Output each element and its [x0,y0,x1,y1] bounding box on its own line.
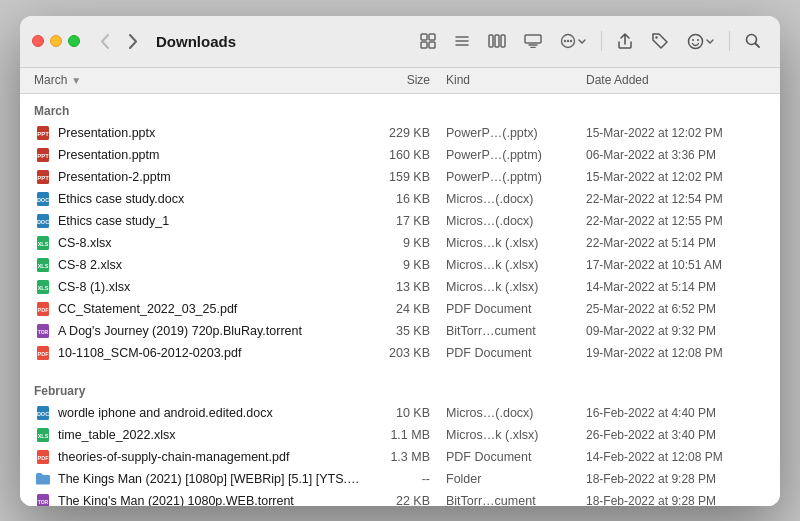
file-row[interactable]: PPT Presentation.pptm 160 KB PowerP…(.pp… [20,144,780,166]
file-size: 10 KB [366,406,446,420]
file-kind: BitTorr…cument [446,494,586,506]
svg-text:PPT: PPT [37,175,49,181]
svg-point-17 [655,36,657,38]
file-row[interactable]: PDF 10-1108_SCM-06-2012-0203.pdf 203 KB … [20,342,780,364]
col-name-header[interactable]: March ▼ [34,73,366,87]
file-kind: Micros…k (.xlsx) [446,236,586,250]
view-grid-button[interactable] [413,29,443,53]
column-headers: March ▼ Size Kind Date Added [20,68,780,94]
file-size: 22 KB [366,494,446,506]
divider [601,31,602,51]
file-name: A Dog's Journey (2019) 720p.BluRay.torre… [58,324,366,338]
file-size: 1.1 MB [366,428,446,442]
svg-rect-2 [421,42,427,48]
svg-text:TOR: TOR [38,329,49,335]
file-size: 16 KB [366,192,446,206]
svg-text:PDF: PDF [38,307,50,313]
view-list-button[interactable] [447,29,477,53]
svg-text:PDF: PDF [38,351,50,357]
file-name: Presentation-2.pptm [58,170,366,184]
file-row[interactable]: DOC Ethics case study_1 17 KB Micros…(.d… [20,210,780,232]
svg-rect-9 [501,35,505,47]
file-name: CS-8 (1).xlsx [58,280,366,294]
col-size-header[interactable]: Size [366,73,446,87]
file-row[interactable]: TOR A Dog's Journey (2019) 720p.BluRay.t… [20,320,780,342]
file-row[interactable]: XLS CS-8.xlsx 9 KB Micros…k (.xlsx) 22-M… [20,232,780,254]
file-row[interactable]: XLS CS-8 2.xlsx 9 KB Micros…k (.xlsx) 17… [20,254,780,276]
file-icon-xlsx: XLS [34,257,52,273]
file-date: 22-Mar-2022 at 12:54 PM [586,192,766,206]
file-kind: PDF Document [446,302,586,316]
section-spacer [20,364,780,374]
file-row[interactable]: DOC wordle iphone and android.edited.doc… [20,402,780,424]
svg-text:TOR: TOR [38,499,49,505]
file-date: 25-Mar-2022 at 6:52 PM [586,302,766,316]
file-name: time_table_2022.xlsx [58,428,366,442]
file-icon-torrent: TOR [34,493,52,506]
file-icon-docx: DOC [34,405,52,421]
file-row[interactable]: XLS time_table_2022.xlsx 1.1 MB Micros…k… [20,424,780,446]
forward-button[interactable] [123,30,144,53]
file-kind: PowerP…(.pptx) [446,126,586,140]
file-row[interactable]: TOR The King's Man (2021) 1080p.WEB.torr… [20,490,780,506]
close-button[interactable] [32,35,44,47]
file-row[interactable]: PPT Presentation.pptx 229 KB PowerP…(.pp… [20,122,780,144]
file-date: 14-Mar-2022 at 5:14 PM [586,280,766,294]
file-row[interactable]: XLS CS-8 (1).xlsx 13 KB Micros…k (.xlsx)… [20,276,780,298]
file-name: Presentation.pptm [58,148,366,162]
file-icon-xlsx: XLS [34,279,52,295]
svg-text:PPT: PPT [37,153,49,159]
file-row[interactable]: PPT Presentation-2.pptm 159 KB PowerP…(.… [20,166,780,188]
svg-rect-7 [489,35,493,47]
action-menu-button[interactable] [553,29,593,53]
view-gallery-button[interactable] [517,30,549,52]
file-name: 10-1108_SCM-06-2012-0203.pdf [58,346,366,360]
file-size: 203 KB [366,346,446,360]
file-row[interactable]: DOC Ethics case study.docx 16 KB Micros…… [20,188,780,210]
file-date: 15-Mar-2022 at 12:02 PM [586,126,766,140]
svg-point-15 [567,40,569,42]
svg-text:DOC: DOC [37,197,49,203]
svg-text:XLS: XLS [38,241,49,247]
file-size: 35 KB [366,324,446,338]
tag-button[interactable] [644,28,676,54]
file-name: theories-of-supply-chain-management.pdf [58,450,366,464]
file-row[interactable]: PDF theories-of-supply-chain-management.… [20,446,780,468]
file-size: 159 KB [366,170,446,184]
file-date: 16-Feb-2022 at 4:40 PM [586,406,766,420]
finder-window: Downloads [20,16,780,506]
file-name: CS-8.xlsx [58,236,366,250]
file-date: 18-Feb-2022 at 9:28 PM [586,472,766,486]
svg-text:XLS: XLS [38,285,49,291]
back-button[interactable] [94,30,115,53]
emoji-button[interactable] [680,29,721,54]
file-kind: PDF Document [446,450,586,464]
file-size: 9 KB [366,258,446,272]
sort-indicator: ▼ [71,75,81,86]
maximize-button[interactable] [68,35,80,47]
file-list[interactable]: March PPT Presentation.pptx 229 KB Power… [20,94,780,506]
file-row[interactable]: PDF CC_Statement_2022_03_25.pdf 24 KB PD… [20,298,780,320]
file-kind: PowerP…(.pptm) [446,170,586,184]
file-icon-xlsx: XLS [34,235,52,251]
col-kind-header[interactable]: Kind [446,73,586,87]
file-icon-pdf: PDF [34,449,52,465]
file-name: The Kings Man (2021) [1080p] [WEBRip] [5… [58,472,366,486]
section-header-0: March [20,94,780,122]
svg-point-19 [692,39,694,41]
file-date: 19-Mar-2022 at 12:08 PM [586,346,766,360]
col-date-header[interactable]: Date Added [586,73,766,87]
file-kind: Micros…k (.xlsx) [446,428,586,442]
share-button[interactable] [610,28,640,54]
window-title: Downloads [156,33,236,50]
file-size: 1.3 MB [366,450,446,464]
svg-text:DOC: DOC [37,219,49,225]
file-row[interactable]: The Kings Man (2021) [1080p] [WEBRip] [5… [20,468,780,490]
search-button[interactable] [738,29,768,53]
file-size: 17 KB [366,214,446,228]
file-size: 24 KB [366,302,446,316]
view-columns-button[interactable] [481,30,513,52]
svg-text:XLS: XLS [38,263,49,269]
file-name: Ethics case study_1 [58,214,366,228]
minimize-button[interactable] [50,35,62,47]
